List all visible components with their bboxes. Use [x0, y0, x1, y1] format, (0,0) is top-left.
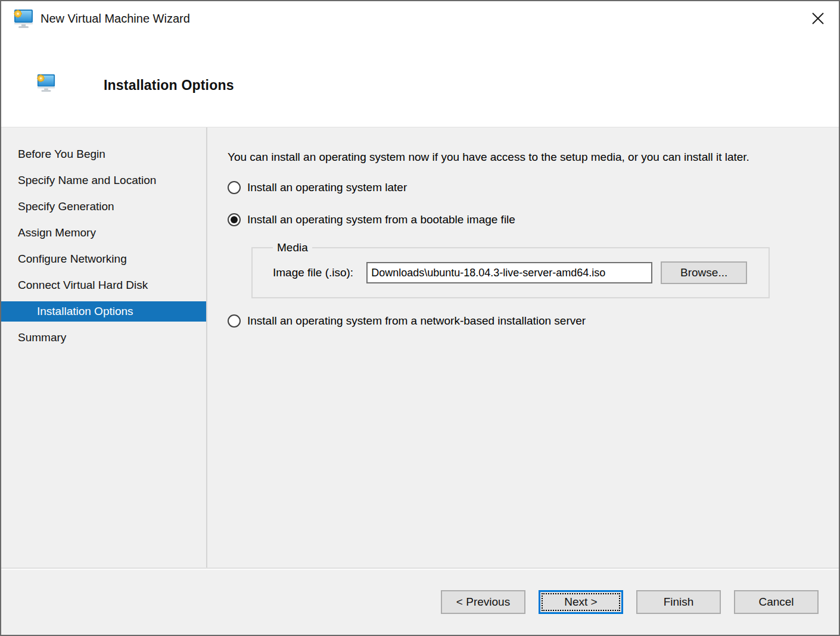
header: Installation Options: [1, 36, 839, 127]
titlebar: New Virtual Machine Wizard: [1, 1, 839, 36]
previous-button[interactable]: < Previous: [441, 590, 525, 614]
close-icon: [810, 11, 826, 26]
sidebar-item-installation-options[interactable]: Installation Options: [1, 301, 206, 322]
next-button[interactable]: Next >: [539, 590, 623, 614]
sidebar: Before You Begin Specify Name and Locati…: [1, 127, 207, 568]
vm-wizard-page-icon: [35, 73, 57, 93]
sidebar-item-specify-generation[interactable]: Specify Generation: [1, 197, 206, 217]
sidebar-item-before-you-begin[interactable]: Before You Begin: [1, 144, 206, 164]
sidebar-item-summary[interactable]: Summary: [1, 328, 206, 348]
radio-label-install-later: Install an operating system later: [247, 181, 407, 194]
finish-button[interactable]: Finish: [636, 590, 721, 614]
radio-label-install-network: Install an operating system from a netwo…: [247, 314, 586, 328]
radio-option-install-network[interactable]: Install an operating system from a netwo…: [228, 313, 815, 329]
radio-circle-install-later[interactable]: [228, 181, 241, 194]
radio-circle-install-network[interactable]: [228, 314, 241, 328]
intro-text: You can install an operating system now …: [228, 149, 808, 165]
image-file-row: Image file (.iso): Browse...: [273, 261, 758, 284]
browse-button[interactable]: Browse...: [661, 261, 747, 284]
cancel-button[interactable]: Cancel: [734, 590, 819, 614]
sidebar-item-configure-networking[interactable]: Configure Networking: [1, 249, 206, 269]
media-legend: Media: [273, 241, 312, 254]
vm-wizard-app-icon: [12, 8, 35, 29]
footer: < Previous Next > Finish Cancel: [1, 568, 839, 635]
image-file-input[interactable]: [366, 262, 652, 283]
sidebar-item-specify-name-and-location[interactable]: Specify Name and Location: [1, 170, 206, 191]
radio-circle-install-from-image[interactable]: [228, 213, 241, 226]
sidebar-item-assign-memory[interactable]: Assign Memory: [1, 223, 206, 243]
main-content: You can install an operating system now …: [207, 127, 839, 568]
wizard-window: New Virtual Machine Wizard Installation …: [0, 0, 840, 636]
image-file-label: Image file (.iso):: [273, 266, 353, 279]
window-title: New Virtual Machine Wizard: [41, 12, 190, 26]
radio-option-install-from-image[interactable]: Install an operating system from a boota…: [228, 211, 815, 228]
page-title: Installation Options: [104, 77, 234, 93]
media-groupbox: Media Image file (.iso): Browse...: [251, 241, 770, 298]
radio-option-install-later[interactable]: Install an operating system later: [228, 179, 815, 196]
close-button[interactable]: [804, 5, 832, 32]
sidebar-item-connect-virtual-hard-disk[interactable]: Connect Virtual Hard Disk: [1, 275, 206, 295]
radio-label-install-from-image: Install an operating system from a boota…: [247, 213, 515, 226]
body: Before You Begin Specify Name and Locati…: [1, 127, 839, 568]
